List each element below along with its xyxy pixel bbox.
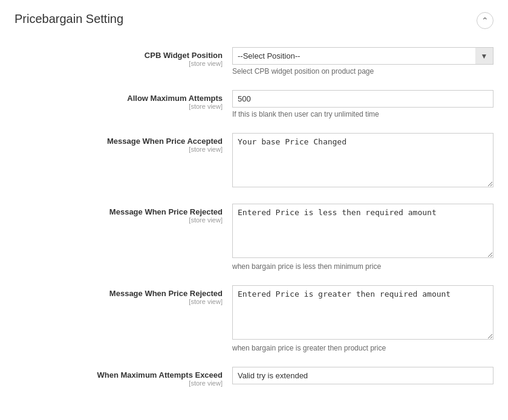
textarea-message-price-accepted[interactable]: Your base Price Changed bbox=[232, 133, 493, 187]
input-when-maximum-attempts-exceed[interactable] bbox=[232, 367, 493, 384]
collapse-icon[interactable]: ⌃ bbox=[477, 12, 493, 29]
textarea-message-price-rejected-less[interactable]: Entered Price is less then required amou… bbox=[232, 204, 493, 258]
field-col-cpb-widget-position: --Select Position--▼Select CPB widget po… bbox=[232, 47, 493, 76]
form-row-cpb-widget-position: CPB Widget Position[store view]--Select … bbox=[15, 47, 493, 76]
form-row-when-maximum-attempts-exceed: When Maximum Attempts Exceed[store view] bbox=[15, 367, 493, 387]
label-col-message-price-rejected-less: Message When Price Rejected[store view] bbox=[15, 204, 232, 224]
field-note-message-price-rejected-greater: when bargain price is greater then produ… bbox=[232, 344, 493, 352]
field-note-cpb-widget-position: Select CPB widget position on product pa… bbox=[232, 67, 493, 76]
label-sub-message-price-rejected-less: [store view] bbox=[15, 216, 223, 224]
label-main-message-price-rejected-less: Message When Price Rejected bbox=[15, 207, 223, 216]
label-sub-allow-maximum-attempts: [store view] bbox=[15, 103, 223, 110]
label-main-cpb-widget-position: CPB Widget Position bbox=[15, 51, 223, 60]
input-allow-maximum-attempts[interactable] bbox=[232, 90, 493, 108]
field-note-allow-maximum-attempts: If this is blank then user can try unlim… bbox=[232, 110, 493, 118]
form-row-allow-maximum-attempts: Allow Maximum Attempts[store view]If thi… bbox=[15, 90, 493, 118]
select-dropdown-btn-cpb-widget-position[interactable]: ▼ bbox=[475, 47, 493, 65]
label-col-when-maximum-attempts-exceed: When Maximum Attempts Exceed[store view] bbox=[15, 367, 232, 387]
select-wrapper-cpb-widget-position: --Select Position--▼ bbox=[232, 47, 493, 65]
label-sub-when-maximum-attempts-exceed: [store view] bbox=[15, 380, 223, 387]
textarea-message-price-rejected-greater[interactable]: Entered Price is greater then required a… bbox=[232, 285, 493, 340]
label-main-when-maximum-attempts-exceed: When Maximum Attempts Exceed bbox=[15, 370, 223, 380]
page-title: Pricebargain Setting bbox=[15, 12, 123, 26]
label-main-message-price-rejected-greater: Message When Price Rejected bbox=[15, 289, 223, 298]
label-col-message-price-rejected-greater: Message When Price Rejected[store view] bbox=[15, 285, 232, 305]
field-col-allow-maximum-attempts: If this is blank then user can try unlim… bbox=[232, 90, 493, 118]
field-col-message-price-rejected-less: Entered Price is less then required amou… bbox=[232, 204, 493, 271]
form-row-message-price-rejected-greater: Message When Price Rejected[store view]E… bbox=[15, 285, 493, 352]
label-sub-message-price-accepted: [store view] bbox=[15, 146, 223, 153]
form-table: CPB Widget Position[store view]--Select … bbox=[15, 47, 493, 387]
label-main-message-price-accepted: Message When Price Accepted bbox=[15, 137, 223, 146]
form-row-message-price-accepted: Message When Price Accepted[store view]Y… bbox=[15, 133, 493, 189]
field-col-when-maximum-attempts-exceed bbox=[232, 367, 493, 384]
form-row-message-price-rejected-less: Message When Price Rejected[store view]E… bbox=[15, 204, 493, 271]
page-container: Pricebargain Setting ⌃ CPB Widget Positi… bbox=[0, 0, 508, 413]
field-col-message-price-rejected-greater: Entered Price is greater then required a… bbox=[232, 285, 493, 352]
label-col-cpb-widget-position: CPB Widget Position[store view] bbox=[15, 47, 232, 67]
label-sub-cpb-widget-position: [store view] bbox=[15, 60, 223, 67]
field-col-message-price-accepted: Your base Price Changed bbox=[232, 133, 493, 189]
page-header: Pricebargain Setting ⌃ bbox=[15, 12, 493, 29]
label-main-allow-maximum-attempts: Allow Maximum Attempts bbox=[15, 94, 223, 103]
select-cpb-widget-position[interactable]: --Select Position-- bbox=[232, 47, 475, 65]
label-col-message-price-accepted: Message When Price Accepted[store view] bbox=[15, 133, 232, 153]
field-note-message-price-rejected-less: when bargain price is less then minimum … bbox=[232, 262, 493, 271]
label-sub-message-price-rejected-greater: [store view] bbox=[15, 298, 223, 305]
label-col-allow-maximum-attempts: Allow Maximum Attempts[store view] bbox=[15, 90, 232, 110]
